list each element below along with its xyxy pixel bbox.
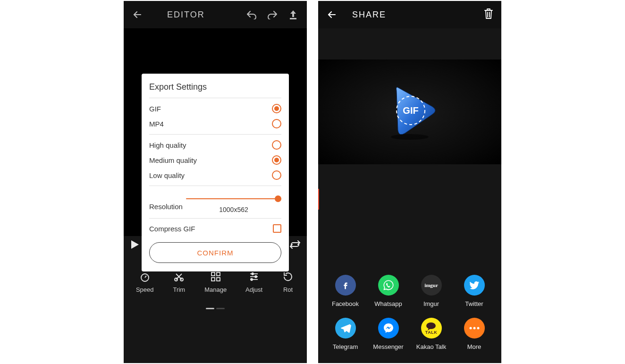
svg-point-15 (252, 273, 253, 275)
svg-point-17 (251, 279, 253, 280)
share-more[interactable]: More (453, 318, 496, 350)
share-label: Whatsapp (374, 300, 402, 307)
twitter-icon (464, 275, 485, 296)
tool-manage[interactable]: Manage (204, 270, 227, 293)
svg-point-25 (477, 327, 479, 330)
editor-topbar: EDITOR (124, 1, 307, 28)
share-title: SHARE (352, 10, 386, 20)
tool-strip: Speed Trim Manage Adjust (124, 270, 307, 293)
imgur-icon: imgur (421, 275, 442, 296)
messenger-icon (378, 318, 399, 339)
share-label: Messenger (373, 343, 403, 350)
svg-point-16 (255, 276, 257, 278)
tool-label: Rot (283, 286, 293, 293)
manage-icon (209, 270, 222, 283)
back-icon[interactable] (131, 8, 144, 21)
rotate-icon (281, 270, 295, 283)
svg-point-24 (473, 327, 475, 330)
svg-rect-9 (217, 272, 220, 276)
share-imgur[interactable]: imgur Imgur (410, 275, 453, 307)
quality-option-low[interactable]: Low quality (149, 168, 281, 183)
svg-line-3 (145, 276, 146, 278)
share-facebook[interactable]: Facebook (324, 275, 367, 307)
resolution-value: 1000x562 (186, 206, 281, 213)
tool-trim[interactable]: Trim (172, 270, 186, 293)
gif-preview-badge: GIF (381, 86, 438, 138)
checkbox-icon[interactable] (273, 224, 281, 233)
telegram-icon (335, 318, 356, 339)
tool-adjust[interactable]: Adjust (245, 270, 262, 293)
svg-point-22 (426, 322, 436, 329)
export-settings-modal: Export Settings GIF MP4 High quality Med… (142, 74, 289, 271)
quality-option-medium[interactable]: Medium quality (149, 152, 281, 168)
svg-rect-11 (217, 278, 220, 281)
tool-label: Adjust (245, 286, 262, 293)
format-option-mp4[interactable]: MP4 (149, 116, 281, 131)
share-label: Telegram (333, 343, 358, 350)
tool-label: Manage (204, 286, 227, 293)
orange-edge-accent (318, 189, 319, 210)
more-icon (464, 318, 485, 339)
share-label: Twitter (465, 300, 483, 307)
option-label: High quality (149, 141, 186, 149)
format-option-gif[interactable]: GIF (149, 101, 281, 116)
delete-icon[interactable] (483, 8, 494, 22)
radio-icon[interactable] (272, 140, 281, 150)
play-icon[interactable] (130, 239, 140, 252)
kakaotalk-icon: TALK (421, 318, 442, 339)
tool-speed[interactable]: Speed (136, 270, 154, 293)
radio-icon[interactable] (272, 170, 281, 180)
share-twitter[interactable]: Twitter (453, 275, 496, 307)
quality-option-high[interactable]: High quality (149, 137, 281, 152)
svg-marker-1 (131, 240, 139, 249)
slider-thumb-icon[interactable] (275, 195, 281, 202)
resolution-row: Resolution 1000x562 (149, 189, 281, 215)
compress-gif-row[interactable]: Compress GIF (149, 221, 281, 236)
whatsapp-icon (378, 275, 399, 296)
loop-icon[interactable] (290, 240, 300, 251)
export-icon[interactable] (287, 8, 299, 21)
share-whatsapp[interactable]: Whatsapp (367, 275, 410, 307)
option-label: MP4 (149, 120, 164, 128)
svg-rect-0 (290, 18, 296, 19)
adjust-icon (247, 270, 261, 283)
tool-label: Trim (173, 286, 186, 293)
redo-icon[interactable] (266, 8, 279, 21)
share-kakaotalk[interactable]: TALK Kakao Talk (410, 318, 453, 350)
speed-icon (138, 270, 152, 283)
tool-rotate[interactable]: Rot (281, 270, 295, 293)
share-preview: GIF (318, 59, 501, 164)
svg-point-20 (391, 134, 429, 140)
undo-icon[interactable] (245, 8, 258, 21)
option-label: Medium quality (149, 156, 197, 164)
share-telegram[interactable]: Telegram (324, 318, 367, 350)
resolution-label: Resolution (149, 197, 186, 211)
svg-rect-8 (211, 272, 215, 276)
share-topbar: SHARE (318, 1, 501, 28)
facebook-icon (335, 275, 356, 296)
share-messenger[interactable]: Messenger (367, 318, 410, 350)
editor-screen: EDITOR (124, 1, 307, 363)
gif-text: GIF (403, 105, 418, 116)
back-icon[interactable] (326, 8, 338, 21)
trim-icon (172, 270, 186, 283)
share-screen: SHARE GIF (318, 1, 501, 363)
modal-heading: Export Settings (149, 82, 281, 92)
option-label: GIF (149, 105, 161, 113)
confirm-button[interactable]: CONFIRM (149, 242, 281, 263)
option-label: Compress GIF (149, 225, 195, 233)
radio-icon[interactable] (272, 104, 281, 113)
radio-icon[interactable] (272, 155, 281, 165)
svg-point-23 (469, 327, 472, 330)
share-grid: Facebook Whatsapp imgur Imgur Twitter (318, 275, 501, 350)
page-indicator (124, 308, 307, 309)
tool-label: Speed (136, 286, 154, 293)
resolution-slider[interactable] (186, 195, 281, 202)
confirm-label: CONFIRM (197, 249, 234, 257)
editor-title: EDITOR (167, 10, 205, 20)
share-label: More (467, 343, 481, 350)
share-label: Imgur (423, 300, 439, 307)
radio-icon[interactable] (272, 119, 281, 128)
share-label: Facebook (332, 300, 359, 307)
svg-rect-10 (211, 278, 215, 281)
